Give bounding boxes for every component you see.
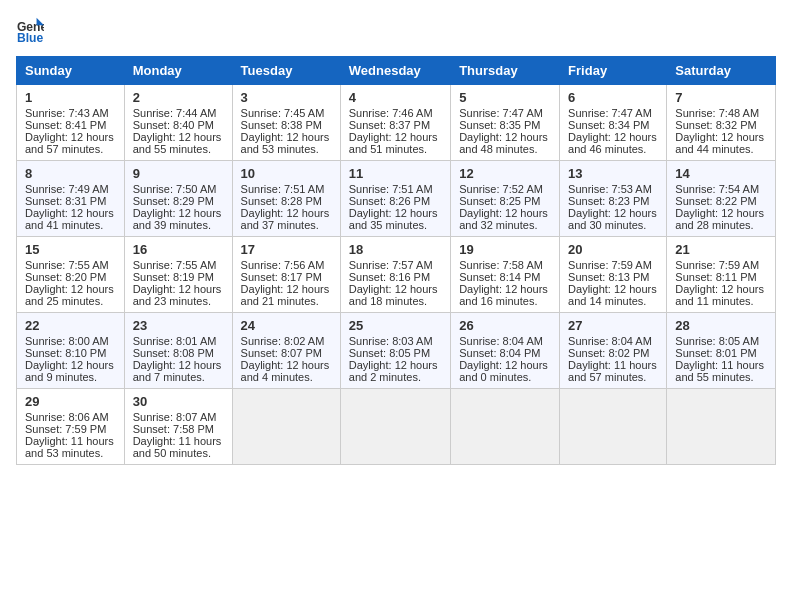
calendar-cell: 9Sunrise: 7:50 AMSunset: 8:29 PMDaylight… bbox=[124, 161, 232, 237]
sunrise-text: Sunrise: 7:49 AM bbox=[25, 183, 109, 195]
col-header-sunday: Sunday bbox=[17, 57, 125, 85]
sunset-text: Sunset: 8:29 PM bbox=[133, 195, 214, 207]
sunrise-text: Sunrise: 7:52 AM bbox=[459, 183, 543, 195]
sunrise-text: Sunrise: 7:47 AM bbox=[459, 107, 543, 119]
day-number: 12 bbox=[459, 166, 551, 181]
sunset-text: Sunset: 8:37 PM bbox=[349, 119, 430, 131]
calendar-cell: 15Sunrise: 7:55 AMSunset: 8:20 PMDayligh… bbox=[17, 237, 125, 313]
day-number: 17 bbox=[241, 242, 332, 257]
calendar-cell: 16Sunrise: 7:55 AMSunset: 8:19 PMDayligh… bbox=[124, 237, 232, 313]
day-number: 9 bbox=[133, 166, 224, 181]
day-number: 5 bbox=[459, 90, 551, 105]
calendar-cell: 7Sunrise: 7:48 AMSunset: 8:32 PMDaylight… bbox=[667, 85, 776, 161]
calendar-cell: 1Sunrise: 7:43 AMSunset: 8:41 PMDaylight… bbox=[17, 85, 125, 161]
daylight-text: Daylight: 12 hours and 28 minutes. bbox=[675, 207, 764, 231]
daylight-text: Daylight: 12 hours and 21 minutes. bbox=[241, 283, 330, 307]
sunrise-text: Sunrise: 8:03 AM bbox=[349, 335, 433, 347]
sunrise-text: Sunrise: 7:58 AM bbox=[459, 259, 543, 271]
day-number: 27 bbox=[568, 318, 658, 333]
daylight-text: Daylight: 12 hours and 4 minutes. bbox=[241, 359, 330, 383]
daylight-text: Daylight: 12 hours and 35 minutes. bbox=[349, 207, 438, 231]
sunset-text: Sunset: 8:35 PM bbox=[459, 119, 540, 131]
calendar-table: SundayMondayTuesdayWednesdayThursdayFrid… bbox=[16, 56, 776, 465]
day-number: 13 bbox=[568, 166, 658, 181]
calendar-cell: 19Sunrise: 7:58 AMSunset: 8:14 PMDayligh… bbox=[451, 237, 560, 313]
sunset-text: Sunset: 8:22 PM bbox=[675, 195, 756, 207]
sunset-text: Sunset: 8:13 PM bbox=[568, 271, 649, 283]
calendar-cell: 29Sunrise: 8:06 AMSunset: 7:59 PMDayligh… bbox=[17, 389, 125, 465]
calendar-cell: 26Sunrise: 8:04 AMSunset: 8:04 PMDayligh… bbox=[451, 313, 560, 389]
daylight-text: Daylight: 12 hours and 48 minutes. bbox=[459, 131, 548, 155]
sunrise-text: Sunrise: 8:04 AM bbox=[568, 335, 652, 347]
day-number: 8 bbox=[25, 166, 116, 181]
calendar-cell: 28Sunrise: 8:05 AMSunset: 8:01 PMDayligh… bbox=[667, 313, 776, 389]
sunrise-text: Sunrise: 7:55 AM bbox=[25, 259, 109, 271]
daylight-text: Daylight: 12 hours and 2 minutes. bbox=[349, 359, 438, 383]
daylight-text: Daylight: 12 hours and 0 minutes. bbox=[459, 359, 548, 383]
sunrise-text: Sunrise: 7:59 AM bbox=[568, 259, 652, 271]
calendar-cell: 23Sunrise: 8:01 AMSunset: 8:08 PMDayligh… bbox=[124, 313, 232, 389]
calendar-cell: 13Sunrise: 7:53 AMSunset: 8:23 PMDayligh… bbox=[560, 161, 667, 237]
calendar-cell: 5Sunrise: 7:47 AMSunset: 8:35 PMDaylight… bbox=[451, 85, 560, 161]
sunrise-text: Sunrise: 7:57 AM bbox=[349, 259, 433, 271]
day-number: 21 bbox=[675, 242, 767, 257]
daylight-text: Daylight: 12 hours and 55 minutes. bbox=[133, 131, 222, 155]
calendar-cell: 27Sunrise: 8:04 AMSunset: 8:02 PMDayligh… bbox=[560, 313, 667, 389]
calendar-week-4: 22Sunrise: 8:00 AMSunset: 8:10 PMDayligh… bbox=[17, 313, 776, 389]
daylight-text: Daylight: 11 hours and 53 minutes. bbox=[25, 435, 114, 459]
sunset-text: Sunset: 8:20 PM bbox=[25, 271, 106, 283]
day-number: 11 bbox=[349, 166, 442, 181]
svg-text:Blue: Blue bbox=[17, 31, 44, 44]
day-number: 7 bbox=[675, 90, 767, 105]
sunset-text: Sunset: 8:10 PM bbox=[25, 347, 106, 359]
calendar-cell: 24Sunrise: 8:02 AMSunset: 8:07 PMDayligh… bbox=[232, 313, 340, 389]
calendar-cell: 10Sunrise: 7:51 AMSunset: 8:28 PMDayligh… bbox=[232, 161, 340, 237]
sunset-text: Sunset: 8:32 PM bbox=[675, 119, 756, 131]
sunrise-text: Sunrise: 7:53 AM bbox=[568, 183, 652, 195]
sunset-text: Sunset: 8:02 PM bbox=[568, 347, 649, 359]
sunrise-text: Sunrise: 7:45 AM bbox=[241, 107, 325, 119]
sunset-text: Sunset: 8:01 PM bbox=[675, 347, 756, 359]
sunset-text: Sunset: 8:40 PM bbox=[133, 119, 214, 131]
sunrise-text: Sunrise: 7:46 AM bbox=[349, 107, 433, 119]
day-number: 6 bbox=[568, 90, 658, 105]
logo: General Blue bbox=[16, 16, 44, 44]
daylight-text: Daylight: 11 hours and 57 minutes. bbox=[568, 359, 657, 383]
calendar-cell: 18Sunrise: 7:57 AMSunset: 8:16 PMDayligh… bbox=[340, 237, 450, 313]
sunrise-text: Sunrise: 7:59 AM bbox=[675, 259, 759, 271]
sunset-text: Sunset: 8:19 PM bbox=[133, 271, 214, 283]
daylight-text: Daylight: 12 hours and 39 minutes. bbox=[133, 207, 222, 231]
sunset-text: Sunset: 8:23 PM bbox=[568, 195, 649, 207]
day-number: 28 bbox=[675, 318, 767, 333]
calendar-cell: 14Sunrise: 7:54 AMSunset: 8:22 PMDayligh… bbox=[667, 161, 776, 237]
daylight-text: Daylight: 12 hours and 51 minutes. bbox=[349, 131, 438, 155]
sunset-text: Sunset: 8:25 PM bbox=[459, 195, 540, 207]
sunrise-text: Sunrise: 7:47 AM bbox=[568, 107, 652, 119]
calendar-week-1: 1Sunrise: 7:43 AMSunset: 8:41 PMDaylight… bbox=[17, 85, 776, 161]
calendar-cell bbox=[340, 389, 450, 465]
sunrise-text: Sunrise: 7:54 AM bbox=[675, 183, 759, 195]
daylight-text: Daylight: 12 hours and 44 minutes. bbox=[675, 131, 764, 155]
sunset-text: Sunset: 8:07 PM bbox=[241, 347, 322, 359]
calendar-week-3: 15Sunrise: 7:55 AMSunset: 8:20 PMDayligh… bbox=[17, 237, 776, 313]
sunrise-text: Sunrise: 8:07 AM bbox=[133, 411, 217, 423]
calendar-cell: 21Sunrise: 7:59 AMSunset: 8:11 PMDayligh… bbox=[667, 237, 776, 313]
sunset-text: Sunset: 8:41 PM bbox=[25, 119, 106, 131]
col-header-tuesday: Tuesday bbox=[232, 57, 340, 85]
col-header-saturday: Saturday bbox=[667, 57, 776, 85]
calendar-cell bbox=[232, 389, 340, 465]
daylight-text: Daylight: 12 hours and 18 minutes. bbox=[349, 283, 438, 307]
daylight-text: Daylight: 12 hours and 14 minutes. bbox=[568, 283, 657, 307]
daylight-text: Daylight: 11 hours and 55 minutes. bbox=[675, 359, 764, 383]
sunset-text: Sunset: 8:11 PM bbox=[675, 271, 756, 283]
calendar-cell: 4Sunrise: 7:46 AMSunset: 8:37 PMDaylight… bbox=[340, 85, 450, 161]
sunset-text: Sunset: 7:58 PM bbox=[133, 423, 214, 435]
daylight-text: Daylight: 12 hours and 11 minutes. bbox=[675, 283, 764, 307]
day-number: 25 bbox=[349, 318, 442, 333]
calendar-cell: 22Sunrise: 8:00 AMSunset: 8:10 PMDayligh… bbox=[17, 313, 125, 389]
day-number: 10 bbox=[241, 166, 332, 181]
sunset-text: Sunset: 8:34 PM bbox=[568, 119, 649, 131]
day-number: 19 bbox=[459, 242, 551, 257]
day-number: 20 bbox=[568, 242, 658, 257]
sunrise-text: Sunrise: 8:04 AM bbox=[459, 335, 543, 347]
